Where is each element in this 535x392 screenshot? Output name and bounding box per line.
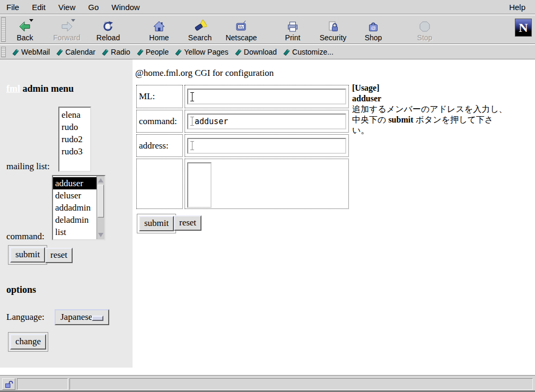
address-listbox[interactable] (187, 162, 212, 208)
form-submit-focus-ring: submit (137, 214, 176, 233)
sidebar-heading: fml admin menu (6, 83, 74, 94)
command-row-field: adduser (185, 110, 349, 133)
bookmark-icon (56, 49, 63, 56)
home-button[interactable]: Home (142, 17, 177, 43)
language-dropdown[interactable]: Japanese (55, 309, 109, 325)
forward-button: Forward (49, 17, 84, 43)
admin-sidebar: fml admin menu elena rudo rudo2 rudo3 ma… (0, 59, 133, 368)
text-cursor-icon (190, 117, 194, 126)
reload-button[interactable]: Reload (91, 17, 126, 43)
change-button[interactable]: change (10, 334, 46, 350)
security-status-button[interactable] (2, 378, 15, 390)
command-input[interactable]: adduser (187, 114, 346, 129)
command-row-label: command: (136, 110, 183, 133)
status-progress-panel (17, 378, 68, 390)
list-item[interactable]: rudo (59, 121, 90, 133)
mailing-list-select[interactable]: elena rudo rudo2 rudo3 (58, 107, 91, 172)
status-bar (0, 375, 535, 392)
form-reset-button[interactable]: reset (174, 215, 201, 231)
menu-file[interactable]: File (0, 1, 25, 14)
bookmark-radio[interactable]: Radio (99, 46, 134, 58)
page-title: @home.fml.org CGI for configuration (135, 68, 274, 79)
menu-help[interactable]: Help (503, 1, 532, 14)
list-item[interactable]: rudo2 (59, 133, 90, 145)
list-item[interactable]: elena (59, 109, 90, 121)
print-button[interactable]: Print (275, 17, 310, 43)
list-item[interactable]: deluser (53, 189, 97, 202)
personal-toolbar-grip[interactable] (1, 47, 6, 57)
sidebar-submit-button[interactable]: submit (10, 247, 45, 263)
bookmark-icon (12, 49, 19, 56)
usage-title: [Usage] (352, 83, 516, 93)
reload-icon (101, 20, 115, 33)
unlocked-padlock-icon (5, 380, 13, 388)
security-icon (326, 20, 340, 33)
bookmark-people[interactable]: People (134, 46, 172, 58)
shop-button[interactable]: @ Shop (356, 17, 391, 43)
svg-text:@: @ (371, 25, 375, 31)
dropdown-arrow-icon (29, 19, 33, 22)
dropdown-arrow-icon (71, 19, 75, 22)
shop-icon: @ (366, 20, 380, 33)
command-label: command: (6, 231, 45, 242)
menu-go[interactable]: Go (82, 1, 105, 14)
bookmark-webmail[interactable]: WebMail (9, 46, 53, 58)
menu-edit[interactable]: Edit (25, 1, 52, 14)
menu-window[interactable]: Window (105, 1, 146, 14)
netscape-logo[interactable]: N (515, 19, 532, 37)
browser-window: File Edit View Go Window Help Back Forwa… (0, 0, 535, 392)
command-select-scrollbar[interactable] (97, 176, 104, 239)
ml-row-label: ML: (136, 85, 183, 108)
stop-icon (418, 20, 432, 33)
ml-input[interactable] (187, 89, 346, 104)
security-button[interactable]: Security (315, 17, 350, 43)
usage-command: adduser (352, 93, 516, 104)
sidebar-submit-focus-ring: submit (8, 245, 47, 265)
language-label: Language: (6, 312, 45, 323)
options-heading: options (6, 284, 36, 295)
bookmark-download[interactable]: Download (232, 46, 280, 58)
back-icon (18, 20, 32, 33)
search-button[interactable]: Search (182, 17, 217, 43)
mailing-list-label: mailing list: (6, 161, 50, 172)
print-icon (286, 20, 300, 33)
bookmark-icon (283, 49, 290, 56)
scroll-down-icon[interactable] (98, 233, 103, 237)
personal-toolbar: WebMail Calendar Radio People Yellow Pag… (0, 45, 535, 59)
page-content: fml admin menu elena rudo rudo2 rudo3 ma… (0, 59, 535, 375)
usage-block: [Usage] adduser 追加するメンバーのアドレスを入力し、 中央下の … (352, 83, 516, 136)
menu-view[interactable]: View (52, 1, 82, 14)
back-button[interactable]: Back (7, 17, 42, 43)
ml-row-field (185, 85, 349, 108)
address-row-label: address: (136, 134, 183, 157)
bookmark-icon (175, 49, 182, 56)
text-cursor-icon (190, 92, 194, 101)
scrollbar-thumb[interactable] (98, 185, 104, 217)
bookmark-customize[interactable]: Customize... (280, 46, 337, 58)
toolbar-grip[interactable] (1, 17, 6, 42)
fml-link[interactable]: fml (6, 83, 20, 94)
usage-text: 追加するメンバーのアドレスを入力し、 中央下の submit ボタンを押して下さ… (352, 104, 516, 136)
bookmark-yellow-pages[interactable]: Yellow Pages (172, 46, 232, 58)
list-item[interactable]: rudo3 (59, 145, 90, 158)
list-item[interactable]: list (53, 226, 97, 238)
address-input[interactable] (187, 138, 346, 154)
list-item[interactable]: addadmin (53, 202, 97, 214)
bookmark-calendar[interactable]: Calendar (53, 46, 99, 58)
bookmark-icon (235, 49, 242, 56)
bookmark-icon (102, 49, 109, 56)
list-item[interactable]: deladmin (53, 214, 97, 226)
menu-bar: File Edit View Go Window Help (0, 0, 535, 14)
list-item-selected[interactable]: adduser (53, 177, 97, 189)
sidebar-heading-text: admin menu (23, 83, 74, 94)
change-focus-ring: change (8, 332, 48, 352)
empty-row-field (185, 159, 349, 209)
sidebar-reset-button[interactable]: reset (45, 248, 73, 263)
netscape-button[interactable]: My Netscape (224, 17, 259, 43)
config-table: ML: command: adduser address: (136, 85, 349, 209)
form-submit-button[interactable]: submit (139, 216, 174, 231)
command-select[interactable]: adduser deluser addadmin deladmin list (52, 175, 106, 240)
status-message-panel (69, 378, 533, 390)
scroll-up-icon[interactable] (98, 178, 103, 182)
option-menu-indicator-icon (92, 316, 103, 321)
